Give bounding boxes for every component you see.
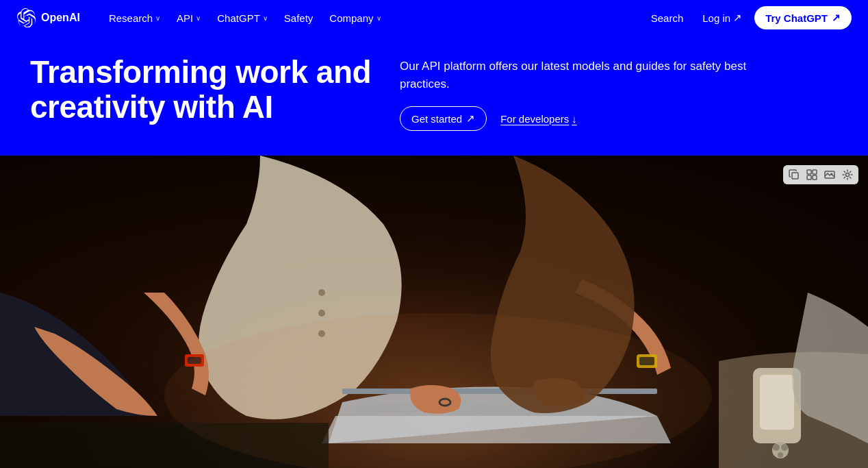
svg-point-2 [318, 289, 325, 296]
svg-rect-22 [807, 175, 811, 180]
hero-image-section [0, 156, 868, 468]
svg-point-16 [778, 452, 783, 458]
svg-rect-19 [792, 173, 798, 179]
logo-text: OpenAI [41, 12, 80, 24]
login-button[interactable]: Log in ↗ [695, 8, 749, 28]
copy-icon[interactable] [787, 168, 801, 182]
arrow-icon: ↗ [832, 12, 841, 24]
external-link-icon: ↗ [733, 12, 742, 24]
search-button[interactable]: Search [644, 8, 691, 28]
svg-rect-23 [813, 175, 817, 180]
image-icon[interactable] [823, 168, 837, 182]
nav-item-research[interactable]: Research ∨ [102, 8, 167, 28]
hero-scene-image [0, 156, 868, 468]
nav-item-chatgpt[interactable]: ChatGPT ∨ [210, 8, 275, 28]
chevron-down-icon: ∨ [263, 14, 268, 22]
svg-point-3 [318, 310, 325, 317]
try-chatgpt-button[interactable]: Try ChatGPT ↗ [754, 6, 852, 29]
hero-left: Transforming work and creativity with AI [30, 55, 372, 124]
logo[interactable]: OpenAI [16, 8, 80, 27]
get-started-button[interactable]: Get started ↗ [400, 106, 487, 131]
svg-point-15 [781, 444, 788, 451]
for-developers-button[interactable]: For developers ↓ [500, 113, 577, 125]
hero-section: Transforming work and creativity with AI… [0, 36, 868, 156]
settings-icon[interactable] [841, 168, 854, 182]
hero-title: Transforming work and creativity with AI [30, 55, 372, 124]
openai-logo-icon [16, 8, 36, 27]
layout-icon[interactable] [805, 168, 819, 182]
nav-item-safety[interactable]: Safety [277, 8, 320, 28]
svg-rect-20 [807, 170, 811, 174]
nav-item-company[interactable]: Company ∨ [322, 8, 387, 28]
chevron-down-icon: ∨ [155, 14, 160, 22]
hero-right: Our API platform offers our latest model… [400, 55, 838, 131]
hero-ctas: Get started ↗ For developers ↓ [400, 106, 838, 131]
svg-point-26 [846, 173, 850, 177]
svg-point-14 [773, 444, 780, 451]
svg-rect-21 [813, 170, 817, 174]
navbar: OpenAI Research ∨ API ∨ ChatGPT ∨ Safety… [0, 0, 868, 36]
nav-right: Search Log in ↗ Try ChatGPT ↗ [644, 6, 852, 29]
chevron-down-icon: ∨ [196, 14, 201, 22]
chevron-down-icon: ∨ [376, 14, 381, 22]
hero-description: Our API platform offers our latest model… [400, 58, 783, 93]
svg-rect-12 [760, 375, 794, 430]
image-toolbar [783, 165, 858, 184]
arrow-down-icon: ↓ [572, 113, 577, 125]
nav-item-api[interactable]: API ∨ [170, 8, 207, 28]
nav-links: Research ∨ API ∨ ChatGPT ∨ Safety Compan… [102, 8, 644, 28]
arrow-icon: ↗ [466, 112, 475, 125]
svg-point-25 [831, 173, 833, 175]
